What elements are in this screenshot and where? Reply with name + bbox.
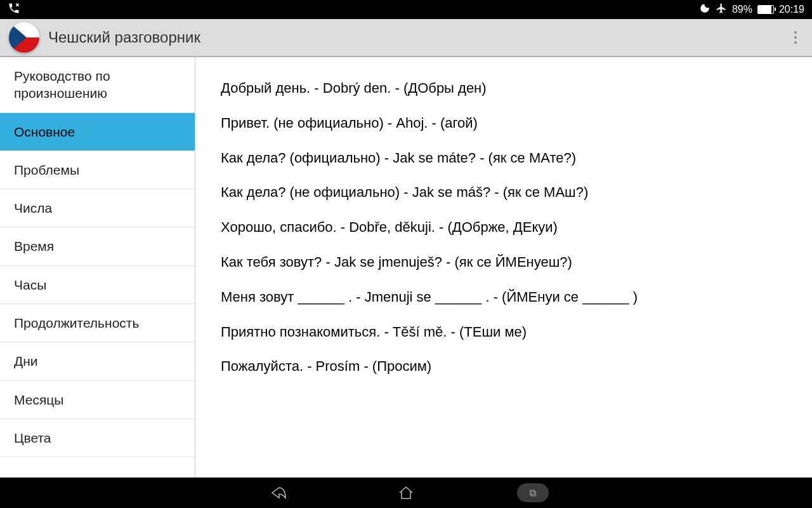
home-button[interactable] <box>390 483 422 502</box>
sidebar: Руководство по произношениюОсновноеПробл… <box>0 57 195 478</box>
sidebar-item[interactable]: Время <box>0 227 195 265</box>
clock: 20:19 <box>779 4 804 15</box>
sidebar-item[interactable]: Дни <box>0 342 195 380</box>
phrase-row: Как дела? (официально) - Jak se máte? - … <box>221 141 787 176</box>
overflow-menu-button[interactable] <box>788 28 803 47</box>
sidebar-item[interactable]: Проблемы <box>0 151 195 189</box>
phrase-row: Добрый день. - Dobrý den. - (ДОбры ден) <box>221 71 787 106</box>
phrase-row: Как дела? (не официально) - Jak se máš? … <box>221 175 787 210</box>
sidebar-item[interactable]: Цвета <box>0 419 195 457</box>
svg-rect-1 <box>532 491 536 496</box>
airplane-mode-icon <box>716 3 727 17</box>
czech-flag-icon <box>9 22 39 53</box>
sidebar-item[interactable]: Числа <box>0 189 195 227</box>
do-not-disturb-icon <box>699 3 710 17</box>
sidebar-item[interactable]: Месяцы <box>0 381 195 419</box>
phrase-row: Пожалуйста. - Prosím - (Просим) <box>221 349 787 384</box>
phrase-row: Меня зовут ______ . - Jmenuji se ______ … <box>221 280 787 315</box>
recent-apps-button[interactable] <box>517 483 549 502</box>
svg-rect-0 <box>530 490 535 495</box>
app-body: Руководство по произношениюОсновноеПробл… <box>0 57 812 478</box>
sidebar-item[interactable]: Часы <box>0 266 195 304</box>
app-header: Чешский разговорник <box>0 19 812 57</box>
phrase-row: Привет. (не официально) - Ahoj. - (агой) <box>221 106 787 141</box>
battery-icon <box>757 5 774 14</box>
system-nav-bar <box>0 478 812 508</box>
phrase-row: Хорошо, спасибо. - Dobře, děkuji. - (ДОб… <box>221 210 787 245</box>
sidebar-item[interactable]: Руководство по произношению <box>0 57 195 113</box>
sidebar-item[interactable]: Основное <box>0 113 195 151</box>
sidebar-item[interactable]: Продолжительность <box>0 304 195 342</box>
content-panel: Добрый день. - Dobrý den. - (ДОбры ден)П… <box>195 57 812 478</box>
phrase-row: Приятно познакомиться. - Těší mě. - (ТЕш… <box>221 315 787 350</box>
battery-percent: 89% <box>732 4 752 15</box>
phrase-row: Как тебя зовут? - Jak se jmenuješ? - (як… <box>221 245 787 280</box>
back-button[interactable] <box>263 483 295 502</box>
phone-missed-icon <box>8 2 20 17</box>
app-title: Чешский разговорник <box>48 29 200 46</box>
status-bar: 89% 20:19 <box>0 0 812 19</box>
